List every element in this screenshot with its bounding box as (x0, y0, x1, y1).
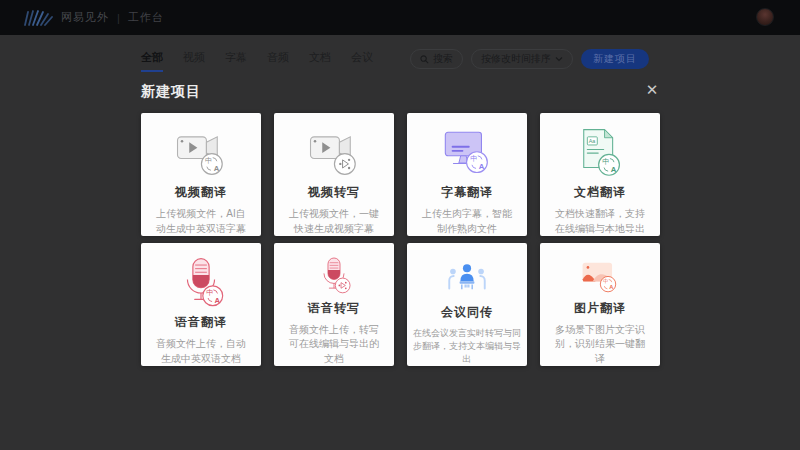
card-title: 图片翻译 (574, 300, 626, 317)
card-video-translate[interactable]: 中 A 视频翻译 上传视频文件，AI自动生成中英双语字幕 (141, 113, 261, 236)
svg-text:A: A (611, 165, 617, 174)
toolbar-actions: 搜索 按修改时间排序 新建项目 (410, 49, 649, 69)
svg-text:A: A (479, 162, 485, 171)
header-divider: | (117, 12, 120, 24)
card-subtitle-translate[interactable]: 中 A 字幕翻译 上传生肉字幕，智能制作熟肉文件 (407, 113, 527, 236)
audio-translate-icon: 中 A (171, 256, 231, 312)
card-image-translate[interactable]: 中 A 图片翻译 多场景下图片文字识别，识别结果一键翻译 (540, 243, 660, 366)
card-description: 上传生肉字幕，智能制作熟肉文件 (407, 207, 527, 236)
card-document-translate[interactable]: Aa 中 A 文档翻译 文档快速翻译，支持在线编辑与本地导出 (540, 113, 660, 236)
brand-logo-icon (23, 9, 53, 27)
tab-video[interactable]: 视频 (183, 50, 205, 72)
svg-text:中: 中 (206, 288, 213, 297)
card-meeting-interpret[interactable]: 会议同传 在线会议发言实时转写与同步翻译，支持文本编辑与导出 (407, 243, 527, 366)
app-window: 网易见外 | 工作台 全部 视频 字幕 音频 文档 会议 搜索 按修改时间排序 … (0, 0, 800, 450)
image-translate-icon: 中 A (570, 256, 630, 298)
card-description: 音频文件上传，转写可在线编辑与导出的文档 (274, 323, 394, 367)
audio-transcribe-icon (304, 256, 364, 298)
tab-audio[interactable]: 音频 (267, 50, 289, 72)
workspace-label: 工作台 (128, 10, 164, 25)
card-title: 视频转写 (308, 184, 360, 201)
search-icon (420, 55, 429, 64)
top-navbar: 网易见外 | 工作台 (0, 0, 800, 35)
tab-all[interactable]: 全部 (141, 50, 163, 72)
chevron-down-icon (555, 56, 563, 62)
new-project-button[interactable]: 新建项目 (581, 49, 649, 69)
modal-title: 新建项目 (141, 83, 201, 101)
svg-text:中: 中 (602, 157, 609, 166)
card-title: 视频翻译 (175, 184, 227, 201)
document-translate-icon: Aa 中 A (570, 126, 630, 182)
brand-logo[interactable]: 网易见外 | 工作台 (23, 9, 164, 27)
card-title: 语音转写 (308, 300, 360, 317)
card-description: 上传视频文件，一键快速生成视频字幕 (274, 207, 394, 236)
svg-text:中: 中 (205, 156, 212, 165)
tab-meeting[interactable]: 会议 (351, 50, 373, 72)
card-description: 多场景下图片文字识别，识别结果一键翻译 (540, 323, 660, 367)
meeting-interpret-icon (437, 256, 497, 302)
card-title: 会议同传 (441, 304, 493, 321)
video-translate-icon: 中 A (171, 126, 231, 182)
tab-document[interactable]: 文档 (309, 50, 331, 72)
user-avatar[interactable] (756, 8, 774, 26)
svg-text:Aa: Aa (589, 138, 596, 144)
brand-name: 网易见外 (61, 10, 109, 25)
project-type-grid: 中 A 视频翻译 上传视频文件，AI自动生成中英双语字幕 视频转写 (141, 113, 660, 366)
svg-text:A: A (214, 164, 220, 173)
svg-text:中: 中 (603, 278, 608, 284)
subtitle-translate-icon: 中 A (437, 126, 497, 182)
svg-text:A: A (609, 284, 613, 290)
tab-subtitle[interactable]: 字幕 (225, 50, 247, 72)
sort-dropdown[interactable]: 按修改时间排序 (471, 49, 573, 69)
svg-text:中: 中 (470, 154, 477, 163)
card-title: 语音翻译 (175, 314, 227, 331)
card-title: 字幕翻译 (441, 184, 493, 201)
card-audio-transcribe[interactable]: 语音转写 音频文件上传，转写可在线编辑与导出的文档 (274, 243, 394, 366)
search-label: 搜索 (433, 52, 453, 66)
svg-text:A: A (215, 296, 221, 305)
filter-tabs: 全部 视频 字幕 音频 文档 会议 (141, 50, 373, 72)
search-button[interactable]: 搜索 (410, 49, 463, 69)
card-description: 音频文件上传，自动生成中英双语文档 (141, 337, 261, 366)
card-description: 上传视频文件，AI自动生成中英双语字幕 (141, 207, 261, 236)
sort-label: 按修改时间排序 (481, 52, 551, 66)
card-video-transcribe[interactable]: 视频转写 上传视频文件，一键快速生成视频字幕 (274, 113, 394, 236)
card-title: 文档翻译 (574, 184, 626, 201)
close-icon[interactable]: ✕ (642, 80, 662, 100)
card-description: 在线会议发言实时转写与同步翻译，支持文本编辑与导出 (407, 327, 527, 366)
card-audio-translate[interactable]: 中 A 语音翻译 音频文件上传，自动生成中英双语文档 (141, 243, 261, 366)
card-description: 文档快速翻译，支持在线编辑与本地导出 (540, 207, 660, 236)
video-transcribe-icon (304, 126, 364, 182)
